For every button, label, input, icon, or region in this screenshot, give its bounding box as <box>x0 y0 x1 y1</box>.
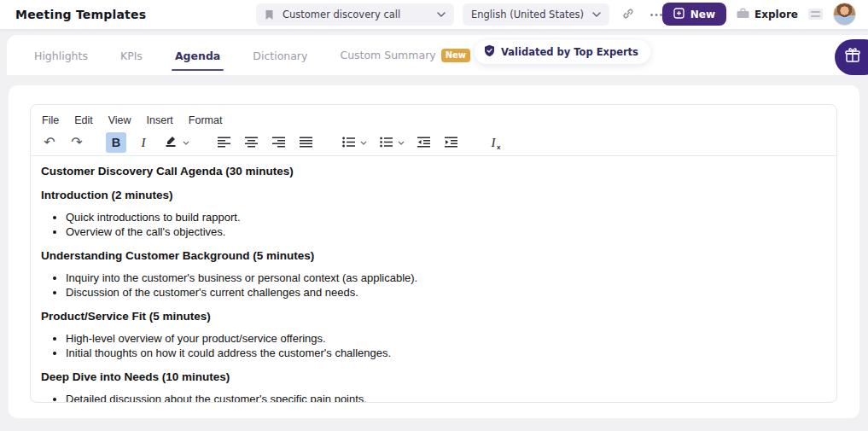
editor-menubar: File Edit View Insert Format <box>31 105 836 128</box>
gift-icon <box>835 46 862 68</box>
section-bullet-list: Detailed discussion about the customer's… <box>41 392 824 402</box>
new-button[interactable]: New <box>662 3 726 26</box>
bullet-item: Overview of the call's objectives. <box>66 224 824 239</box>
new-feature-badge: New <box>441 49 470 62</box>
align-center-button[interactable] <box>241 132 261 153</box>
align-right-button[interactable] <box>268 132 288 153</box>
tab-dictionary[interactable]: Dictionary <box>253 38 307 73</box>
menu-view[interactable]: View <box>102 113 137 128</box>
justify-button[interactable] <box>295 132 316 153</box>
editor-toolbar: ↶ ↷ B I <box>31 128 836 155</box>
section-heading: Introduction (2 minutes) <box>41 189 824 202</box>
menu-format[interactable]: Format <box>183 113 229 128</box>
outdent-button[interactable] <box>413 132 434 153</box>
highlight-color-menu[interactable] <box>181 132 191 153</box>
tabs: Highlights KPIs Agenda Dictionary Custom… <box>34 38 470 73</box>
outdent-icon <box>417 135 430 151</box>
briefcase-icon <box>737 8 749 21</box>
bullet-item: Initial thoughts on how it could address… <box>66 346 824 360</box>
rich-text-editor: File Edit View Insert Format ↶ ↷ B I <box>30 104 837 403</box>
bullet-list-menu[interactable] <box>358 132 369 153</box>
tab-custom-summary[interactable]: Custom Summary New <box>340 49 470 62</box>
clear-formatting-icon: Ix <box>492 136 496 150</box>
header-center-controls: Customer discovery call English (United … <box>256 3 667 26</box>
validated-badge: Validated by Top Experts <box>475 40 650 64</box>
indent-icon <box>445 135 457 151</box>
justify-icon <box>300 135 312 151</box>
bullet-item: Quick introductions to build rapport. <box>66 210 824 224</box>
link-icon <box>622 8 634 22</box>
clear-formatting-button[interactable]: Ix <box>483 132 504 153</box>
tab-agenda[interactable]: Agenda <box>175 38 220 73</box>
menu-file[interactable]: File <box>36 113 65 128</box>
italic-button[interactable]: I <box>133 132 154 153</box>
header-right-controls: New Explore <box>662 3 856 26</box>
bullet-item: Inquiry into the customer's business or … <box>66 271 824 285</box>
section-bullet-list: Inquiry into the customer's business or … <box>41 271 824 300</box>
top-header: Meeting Templates Customer discovery cal… <box>0 0 868 29</box>
align-left-icon <box>218 135 230 151</box>
align-center-icon <box>245 135 258 151</box>
page-title: Meeting Templates <box>15 8 146 21</box>
shield-check-icon <box>484 44 495 61</box>
undo-icon: ↶ <box>44 136 55 149</box>
bold-icon: B <box>112 136 120 149</box>
plus-square-icon <box>673 8 684 21</box>
numbered-list-menu[interactable] <box>396 132 406 153</box>
highlight-color-button[interactable] <box>160 132 181 153</box>
align-left-button[interactable] <box>213 132 234 153</box>
document-sections: Introduction (2 minutes)Quick introducti… <box>41 189 824 402</box>
align-right-icon <box>272 135 285 151</box>
chevron-down-icon <box>592 12 601 17</box>
document-content[interactable]: Customer Discovery Call Agenda (30 minut… <box>31 156 836 402</box>
bullet-item: Discussion of the customer's current cha… <box>66 285 824 300</box>
explore-button-label: Explore <box>754 9 798 20</box>
menu-edit[interactable]: Edit <box>68 113 99 128</box>
section-bullet-list: High-level overview of your product/serv… <box>41 331 824 360</box>
bullet-item: Detailed discussion about the customer's… <box>66 392 824 402</box>
italic-icon: I <box>142 136 146 150</box>
indent-button[interactable] <box>440 132 461 153</box>
explore-button[interactable]: Explore <box>737 3 798 26</box>
bullet-item: High-level overview of your product/serv… <box>66 331 824 346</box>
menu-insert[interactable]: Insert <box>141 113 179 128</box>
section-heading: Deep Dive into Needs (10 minutes) <box>41 370 824 384</box>
section-heading: Understanding Customer Background (5 min… <box>41 249 824 263</box>
bullet-list-button[interactable] <box>338 132 358 153</box>
tab-custom-summary-label: Custom Summary <box>340 49 435 61</box>
copy-link-button[interactable] <box>618 4 638 25</box>
section-heading: Product/Service Fit (5 minutes) <box>41 310 824 323</box>
language-selector[interactable]: English (United States) <box>463 3 609 26</box>
new-button-label: New <box>690 9 715 20</box>
tab-kpis[interactable]: KPIs <box>120 38 143 73</box>
highlighter-icon <box>164 134 178 151</box>
template-tabs-bar: Highlights KPIs Agenda Dictionary Custom… <box>7 35 868 75</box>
agenda-panel: File Edit View Insert Format ↶ ↷ B I <box>9 85 859 418</box>
bookmark-icon <box>265 9 274 20</box>
rewards-button[interactable] <box>835 39 868 75</box>
bold-button[interactable]: B <box>106 132 126 153</box>
language-selector-value: English (United States) <box>471 9 584 20</box>
redo-button[interactable]: ↷ <box>67 132 87 153</box>
whats-new-icon[interactable] <box>808 9 823 20</box>
bullet-list-icon <box>342 135 355 151</box>
section-bullet-list: Quick introductions to build rapport.Ove… <box>41 210 824 239</box>
user-avatar[interactable] <box>833 3 856 26</box>
numbered-list-icon <box>380 135 393 151</box>
template-selector-value: Customer discovery call <box>283 9 437 20</box>
tab-highlights[interactable]: Highlights <box>34 38 88 73</box>
document-title: Customer Discovery Call Agenda (30 minut… <box>41 165 824 178</box>
undo-button[interactable]: ↶ <box>39 132 60 153</box>
template-selector[interactable]: Customer discovery call <box>256 3 454 26</box>
redo-icon: ↷ <box>71 136 82 149</box>
numbered-list-button[interactable] <box>376 132 396 153</box>
validated-badge-label: Validated by Top Experts <box>501 46 638 58</box>
chevron-down-icon <box>437 12 446 17</box>
